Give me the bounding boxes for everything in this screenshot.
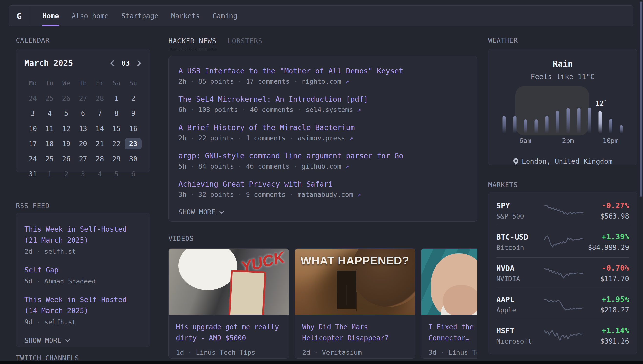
calendar-day[interactable]: 27 — [75, 93, 92, 104]
location-pin-icon — [513, 158, 518, 165]
nav-tab-startpage[interactable]: Startpage — [121, 6, 158, 26]
calendar-day[interactable]: 26 — [58, 153, 75, 164]
page-scrollbar[interactable] — [639, 2, 642, 197]
video-thumbnail[interactable]: DO TH T — [421, 248, 477, 315]
calendar-day[interactable]: 2 — [125, 93, 142, 104]
calendar-day[interactable]: 13 — [75, 123, 92, 134]
nav-tab-markets[interactable]: Markets — [171, 6, 200, 26]
calendar-next-button[interactable] — [136, 60, 142, 67]
calendar-day[interactable]: 5 — [108, 168, 125, 180]
calendar-day[interactable]: 3 — [25, 108, 41, 119]
calendar-day[interactable]: 24 — [25, 93, 41, 104]
rss-item-title[interactable]: This Week in Self-Hosted (21 March 2025) — [25, 224, 142, 246]
nav-tab-also-home[interactable]: Also home — [72, 6, 109, 26]
calendar-day[interactable]: 24 — [25, 153, 41, 164]
news-tab-hacker-news[interactable]: HACKER NEWS — [168, 37, 216, 49]
news-item-domain[interactable]: sel4.systems — [305, 106, 357, 114]
news-item-comments[interactable]: 40 comments — [250, 106, 294, 114]
rss-item-title[interactable]: Self Gap — [25, 264, 142, 276]
calendar-day[interactable]: 9 — [125, 108, 142, 119]
nav-tab-gaming[interactable]: Gaming — [213, 6, 237, 26]
market-row-aapl[interactable]: AAPLApple+1.95%$218.27 — [496, 288, 629, 320]
video-age: 3d — [428, 349, 436, 356]
market-row-msft[interactable]: MSFTMicrosoft+1.14%$391.26 — [496, 320, 629, 351]
nav-tab-home[interactable]: Home — [43, 6, 59, 26]
calendar-day[interactable]: 28 — [91, 93, 108, 104]
news-item-title[interactable]: argp: GNU-style command line argument pa… — [179, 152, 467, 160]
market-row-btc-usd[interactable]: BTC-USDBitcoin+1.39%$84,999.29 — [496, 226, 629, 258]
calendar-day[interactable]: 7 — [91, 108, 108, 119]
calendar-day[interactable]: 22 — [108, 138, 125, 149]
rss-item-title[interactable]: This Week in Self-Hosted (14 March 2025) — [25, 294, 142, 316]
calendar-day[interactable]: 1 — [108, 93, 125, 104]
calendar-day[interactable]: 12 — [58, 123, 75, 134]
video-channel[interactable]: Linus Tech Tips — [448, 349, 477, 356]
meta-separator: · — [238, 106, 250, 114]
calendar-day[interactable]: 25 — [41, 153, 58, 164]
video-channel[interactable]: Veritasium — [322, 349, 362, 356]
calendar-day-selected[interactable]: 23 — [125, 138, 142, 149]
calendar-day[interactable]: 8 — [108, 108, 125, 119]
calendar-day[interactable]: 27 — [75, 153, 92, 164]
calendar-day[interactable]: 4 — [41, 108, 58, 119]
dashboard-page: G HomeAlso homeStartpageMarketsGaming CA… — [0, 0, 643, 364]
app-logo[interactable]: G — [9, 6, 30, 26]
calendar-day[interactable]: 17 — [25, 138, 41, 149]
news-item-comments[interactable]: 9 comments — [246, 191, 286, 198]
video-card[interactable]: WHAT HAPPENED?Why Did The Mars Helicopte… — [295, 248, 415, 359]
calendar-day[interactable]: 4 — [91, 168, 108, 180]
video-channel[interactable]: Linus Tech Tips — [196, 349, 255, 356]
market-row-spy[interactable]: SPYS&P 500-0.27%$563.98 — [496, 195, 629, 226]
calendar-day[interactable]: 21 — [91, 138, 108, 149]
news-tab-lobsters[interactable]: LOBSTERS — [228, 37, 262, 49]
calendar-day[interactable]: 28 — [91, 153, 108, 164]
news-item-title[interactable]: A Brief History of the Miracle Bacterium — [179, 123, 467, 132]
news-item-domain[interactable]: asimov.press — [298, 134, 349, 142]
news-item-title[interactable]: Achieving Great Privacy with Safari — [179, 180, 467, 188]
weather-time-label: 6am — [519, 137, 531, 144]
calendar-day[interactable]: 5 — [58, 108, 75, 119]
calendar-day[interactable]: 26 — [58, 93, 75, 104]
calendar-day[interactable]: 31 — [25, 168, 41, 180]
calendar-day[interactable]: 19 — [58, 138, 75, 149]
calendar-day[interactable]: 30 — [125, 153, 142, 164]
video-card[interactable]: DO TH TI Fixed the 5090 Power Connector…… — [421, 248, 477, 359]
rss-show-more-button[interactable]: SHOW MORE — [25, 336, 142, 344]
news-item-comments[interactable]: 46 comments — [246, 162, 290, 170]
meta-separator: · — [187, 106, 199, 114]
video-title[interactable]: His upgrade got me really dirty - AMD $5… — [176, 322, 281, 344]
news-item-domain[interactable]: righto.com — [301, 78, 345, 85]
calendar-day[interactable]: 29 — [108, 153, 125, 164]
calendar-day[interactable]: 3 — [75, 168, 92, 180]
market-change: -0.70% — [583, 264, 629, 272]
video-thumbnail[interactable]: WHAT HAPPENED? — [295, 248, 415, 315]
news-item-title[interactable]: The SeL4 Microkernel: An Introduction [p… — [179, 95, 467, 104]
calendar-day[interactable]: 6 — [75, 108, 92, 119]
video-card[interactable]: YUCKHis upgrade got me really dirty - AM… — [168, 248, 289, 359]
calendar-day[interactable]: 18 — [41, 138, 58, 149]
calendar-day[interactable]: 10 — [25, 123, 41, 134]
news-item-domain[interactable]: matanabudy.com — [298, 191, 357, 198]
calendar-day[interactable]: 14 — [91, 123, 108, 134]
video-title[interactable]: Why Did The Mars Helicopter Disappear? — [302, 322, 408, 344]
video-title[interactable]: I Fixed the 5090 Power Connector… — [428, 322, 477, 344]
calendar-day[interactable]: 16 — [125, 123, 142, 134]
calendar-prev-button[interactable] — [110, 60, 115, 67]
news-item-comments[interactable]: 1 comments — [246, 134, 286, 142]
video-thumbnail[interactable]: YUCK — [169, 248, 289, 315]
calendar-day[interactable]: 6 — [125, 168, 142, 180]
left-column: CALENDAR March 2025 03 MoTuWeThFrSaSu242… — [16, 36, 150, 44]
calendar-day[interactable]: 1 — [41, 168, 58, 180]
calendar-day[interactable]: 2 — [58, 168, 75, 180]
news-item-title[interactable]: A USB Interface to the "Mother of All De… — [179, 66, 467, 75]
calendar-day[interactable]: 20 — [75, 138, 92, 149]
calendar-day[interactable]: 15 — [108, 123, 125, 134]
news-item-meta: 5h · 84 points · 46 comments · github.co… — [179, 162, 467, 170]
news-item-comments[interactable]: 17 comments — [246, 78, 290, 85]
news-item-domain[interactable]: github.com — [301, 162, 345, 170]
calendar-day[interactable]: 11 — [41, 123, 58, 134]
news-show-more-button[interactable]: SHOW MORE — [179, 208, 467, 216]
market-row-nvda[interactable]: NVDANVIDIA-0.70%$117.70 — [496, 258, 629, 288]
calendar-day[interactable]: 25 — [41, 93, 58, 104]
weather-bars: 12° — [499, 97, 627, 134]
